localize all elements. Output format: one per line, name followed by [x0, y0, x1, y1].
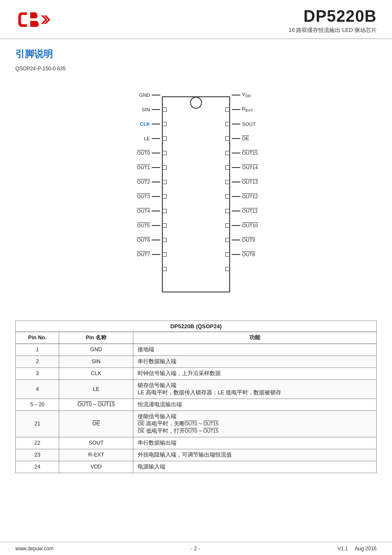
page-header: DP5220B 16 路双缓存恒流输出 LED 驱动芯片 [0, 0, 392, 39]
pin-label-out7: OUT7 [137, 252, 150, 257]
pin-box-left-6 [162, 180, 167, 184]
pin-row-out9: OUT9 [230, 233, 277, 247]
pin-row-gnd: GND [115, 88, 162, 102]
pin-stub-out7 [152, 254, 160, 255]
main-content: 引脚说明 QSOP24-P-150-0.635 [0, 39, 392, 486]
table-row: 23 R-EXT 外挂电阻输入端，可调节输出端恒流值 [16, 449, 377, 461]
pin-box-left-8 [162, 209, 167, 213]
table-row: 5～20 OUT0 ~ OUT15 恒流灌电流输出端 [16, 399, 377, 410]
pin-label-out10: OUT10 [242, 223, 258, 228]
pin-name-sout: SOUT [59, 437, 133, 449]
col-header-pin: Pin No. [16, 332, 59, 344]
pin-label-out6: OUT6 [137, 237, 150, 243]
pin-stub-clk [152, 124, 160, 124]
pin-no-520: 5～20 [16, 399, 59, 410]
pin-row-out8: OUT8 [230, 247, 277, 262]
pin-box-left-4 [162, 151, 167, 155]
pin-label-out4: OUT4 [137, 208, 150, 214]
pin-func-clk: 时钟信号输入端，上升沿采样数据 [133, 367, 377, 379]
pin-row-out10: OUT10 [230, 218, 277, 233]
ic-diagram: GND SIN CLK LE [115, 84, 277, 305]
pin-stub-sout [232, 124, 240, 124]
pin-label-out0: OUT0 [137, 150, 150, 156]
pin-func-oe: 使能信号输入端 OE 高电平时，关断OUT0 ~ OUT15 OE 低电平时，打… [133, 410, 377, 437]
pin-row-rext: REXT [230, 102, 277, 117]
pin-box-left-12 [162, 267, 167, 271]
pin-box-right-3 [225, 136, 230, 141]
pin-func-gnd: 接地端 [133, 344, 377, 356]
table-row: 4 LE 锁存信号输入端 LE 高电平时，数据传入锁存器；LE 低电平时，数据被… [16, 379, 377, 399]
pin-row-out6: OUT6 [115, 233, 162, 247]
pin-row-out3: OUT3 [115, 189, 162, 204]
pin-stub-sin [152, 109, 160, 110]
pin-stub-rext [232, 109, 240, 110]
pin-row-sin: SIN [115, 102, 162, 117]
pin-box-left-11 [162, 252, 167, 257]
pin-no-23: 23 [16, 449, 59, 461]
pin-box-right-1 [225, 107, 230, 112]
pin-table: DP5220B (QSOP24) Pin No. Pin 名称 功能 1 GND… [15, 321, 377, 473]
pin-label-out5: OUT5 [137, 223, 150, 228]
pin-label-sout: SOUT [242, 121, 256, 127]
pin-box-left-7 [162, 194, 167, 199]
pin-box-right-8 [225, 209, 230, 213]
ic-body [162, 96, 230, 292]
footer-version-text: V1.1 [337, 546, 348, 552]
table-row: 22 SOUT 串行数据输出端 [16, 437, 377, 449]
pin-func-le: 锁存信号输入端 LE 高电平时，数据传入锁存器；LE 低电平时，数据被锁存 [133, 379, 377, 399]
pin-row-out11: OUT11 [230, 204, 277, 218]
pin-box-right-11 [225, 252, 230, 257]
table-row: 24 VDD 电源输入端 [16, 461, 377, 473]
col-header-name: Pin 名称 [59, 332, 133, 344]
pin-name-out-range: OUT0 ~ OUT15 [59, 399, 133, 410]
pin-row-out7: OUT7 [115, 247, 162, 262]
pin-name-sin: SIN [59, 356, 133, 367]
company-logo [15, 8, 54, 31]
pin-label-out13: OUT13 [242, 179, 258, 185]
pin-label-oe: OE [242, 136, 249, 141]
pin-label-out15: OUT15 [242, 150, 258, 156]
chip-desc: 16 路双缓存恒流输出 LED 驱动芯片 [288, 26, 377, 34]
pin-stub-out8 [232, 254, 240, 255]
pin-label-out11: OUT11 [242, 208, 258, 214]
footer-version: V1.1 Aug 2016 [337, 546, 377, 552]
package-label: QSOP24-P-150-0.635 [15, 66, 377, 72]
pin-box-right-10 [225, 238, 230, 242]
pin-row-out2: OUT2 [115, 175, 162, 189]
pin-stub-oe [232, 138, 240, 139]
footer-page: - 2 - [53, 546, 337, 552]
pin-stub-out4 [152, 211, 160, 211]
pin-row-out5: OUT5 [115, 218, 162, 233]
pin-func-vdd: 电源输入端 [133, 461, 377, 473]
pin-label-out12: OUT12 [242, 194, 258, 199]
pin-box-right-2 [225, 122, 230, 126]
pin-box-right-4 [225, 151, 230, 155]
pin-stub-out3 [152, 196, 160, 197]
ic-diagram-container: GND SIN CLK LE [15, 84, 377, 305]
pin-box-left-3 [162, 136, 167, 141]
pin-label-out9: OUT9 [242, 237, 255, 243]
pin-stub-out5 [152, 225, 160, 226]
pin-name-clk: CLK [59, 367, 133, 379]
pin-row-clk: CLK [115, 117, 162, 131]
footer-website: www.depuw.com [15, 546, 53, 552]
pin-box-right-12 [225, 267, 230, 271]
chip-name: DP5220B [288, 8, 377, 26]
pin-box-left-2 [162, 122, 167, 126]
pin-row-oe: OE [230, 131, 277, 146]
pin-row-out12: OUT12 [230, 189, 277, 204]
pin-row-out4: OUT4 [115, 204, 162, 218]
pin-stub-out15 [232, 153, 240, 153]
pin-no-22: 22 [16, 437, 59, 449]
pin-label-rext: REXT [242, 106, 253, 113]
pin-label-le: LE [144, 136, 150, 141]
pin-box-right-7 [225, 194, 230, 199]
pin-func-sin: 串行数据输入端 [133, 356, 377, 367]
pin-name-vdd: VDD [59, 461, 133, 473]
section-title: 引脚说明 [15, 48, 377, 61]
pin-label-out1: OUT1 [137, 165, 150, 170]
pin-name-le: LE [59, 379, 133, 399]
pin-label-clk: CLK [140, 121, 150, 127]
pin-box-left-5 [162, 165, 167, 170]
pin-func-rext: 外挂电阻输入端，可调节输出端恒流值 [133, 449, 377, 461]
